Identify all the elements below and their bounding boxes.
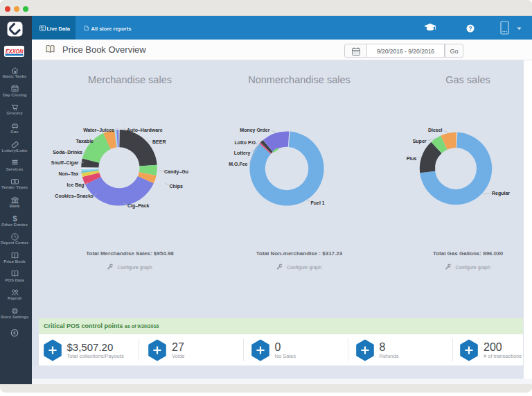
svg-text:Lottery: Lottery	[234, 150, 251, 156]
svg-text:Configure graph: Configure graph	[117, 265, 152, 270]
svg-text:Lotto P.O.: Lotto P.O.	[234, 140, 257, 145]
svg-text:Gas sales: Gas sales	[445, 74, 490, 85]
svg-text:?: ?	[468, 25, 472, 32]
svg-text:Cig–Pack: Cig–Pack	[127, 203, 150, 209]
svg-text:Ice Bag: Ice Bag	[67, 182, 85, 188]
svg-text:Non–Tax: Non–Tax	[58, 171, 78, 176]
svg-text:Total Gas Gallons: 896.030: Total Gas Gallons: 896.030	[433, 250, 504, 257]
svg-text:Taxable: Taxable	[76, 139, 94, 144]
svg-text:Chips: Chips	[170, 184, 184, 189]
svg-text:Super: Super	[413, 139, 427, 144]
svg-text:Candy–Gu: Candy–Gu	[164, 169, 188, 175]
svg-text:Diesel: Diesel	[428, 128, 443, 132]
svg-text:Water–Juices: Water–Juices	[83, 128, 114, 132]
svg-text:Soda–Drinks: Soda–Drinks	[53, 150, 82, 155]
svg-text:$: $	[13, 180, 16, 184]
svg-text:$: $	[12, 214, 17, 223]
svg-text:Regular: Regular	[492, 191, 510, 196]
svg-text:Total Non-merchandise : $317.2: Total Non-merchandise : $317.23	[256, 250, 343, 257]
svg-text:Merchandise sales: Merchandise sales	[88, 74, 172, 85]
svg-text:Cookies–Snacks: Cookies–Snacks	[55, 193, 94, 198]
svg-text:Configure graph: Configure graph	[287, 265, 321, 270]
svg-text:Fuel 1: Fuel 1	[311, 200, 325, 205]
svg-text:Money Order: Money Order	[240, 128, 269, 133]
svg-text:Total Merchandise Sales: $954.: Total Merchandise Sales: $954.98	[86, 250, 174, 257]
svg-text:Configure graph: Configure graph	[455, 265, 490, 270]
svg-text:Snuff–Cigar: Snuff–Cigar	[51, 160, 79, 166]
svg-text:BEER: BEER	[152, 139, 166, 144]
svg-text:Nonmerchandise sales: Nonmerchandise sales	[248, 74, 351, 85]
svg-text:Plus: Plus	[407, 156, 417, 161]
svg-text:EXXON: EXXON	[6, 47, 24, 55]
svg-text:M.O.Fee: M.O.Fee	[229, 162, 247, 166]
svg-text:Auto–Hardware: Auto–Hardware	[127, 128, 163, 132]
